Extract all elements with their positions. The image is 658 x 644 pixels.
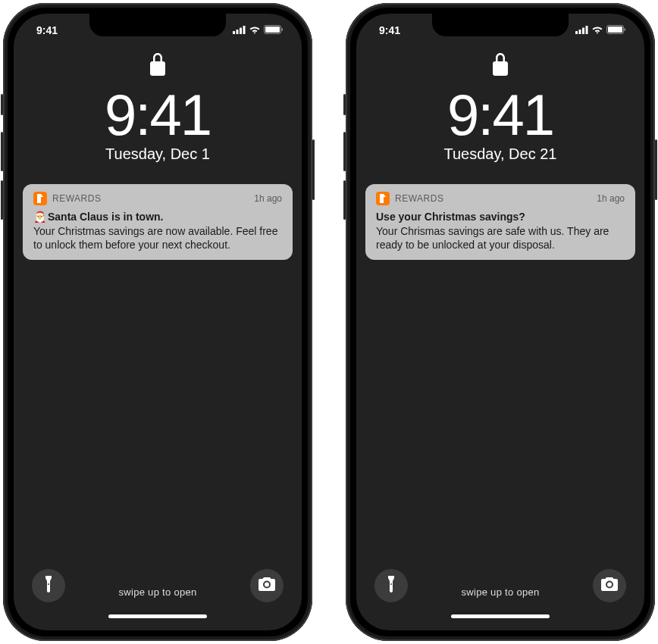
signal-icon (233, 24, 246, 36)
flashlight-button[interactable] (32, 569, 65, 602)
svg-rect-12 (608, 27, 622, 33)
notification-time: 1h ago (254, 193, 282, 204)
battery-icon (606, 24, 626, 36)
status-time: 9:41 (36, 24, 58, 36)
phone-mockup-2: 9:41 9:41 Tuesday, Dec 21 (346, 3, 655, 641)
lock-date: Tuesday, Dec 21 (356, 145, 644, 163)
svg-rect-2 (240, 28, 242, 35)
lock-date: Tuesday, Dec 1 (14, 145, 302, 163)
lock-time: 9:41 (14, 86, 302, 144)
home-indicator[interactable] (451, 614, 550, 618)
notch (89, 14, 226, 36)
svg-rect-8 (579, 30, 581, 34)
notification-card[interactable]: REWARDS 1h ago Use your Christmas saving… (365, 184, 635, 260)
camera-button[interactable] (593, 569, 626, 602)
notification-title: 🎅Santa Claus is in town. (33, 210, 282, 224)
svg-rect-10 (586, 26, 588, 34)
lock-time: 9:41 (356, 86, 644, 144)
flashlight-icon (387, 576, 396, 596)
camera-button[interactable] (250, 569, 284, 602)
notification-time: 1h ago (597, 193, 625, 204)
app-icon (33, 192, 47, 205)
status-time: 9:41 (379, 24, 400, 36)
wifi-icon (591, 24, 603, 36)
notification-card[interactable]: REWARDS 1h ago 🎅Santa Claus is in town. … (23, 184, 293, 260)
notification-body: Your Christmas savings are now available… (33, 224, 282, 252)
swipe-hint: swipe up to open (461, 586, 539, 598)
svg-rect-1 (237, 30, 239, 34)
svg-rect-7 (575, 31, 578, 34)
svg-rect-9 (582, 28, 584, 35)
flashlight-icon (44, 576, 53, 596)
swipe-hint: swipe up to open (118, 586, 196, 598)
notification-body: Your Chrismas savings are safe with us. … (376, 224, 625, 252)
notch (432, 14, 569, 36)
lock-screen: 9:41 9:41 Tuesday, Dec 1 (14, 14, 302, 630)
lock-icon (492, 53, 509, 79)
notification-app-name: REWARDS (395, 193, 591, 204)
lock-icon (149, 53, 166, 79)
flashlight-button[interactable] (374, 569, 408, 602)
lock-screen: 9:41 9:41 Tuesday, Dec 21 (356, 14, 644, 630)
phone-mockup-1: 9:41 9:41 Tuesday, Dec 1 (3, 3, 312, 641)
notification-app-name: REWARDS (52, 193, 249, 204)
svg-rect-5 (265, 27, 280, 33)
svg-rect-0 (233, 31, 235, 34)
wifi-icon (249, 24, 261, 36)
svg-rect-6 (282, 28, 284, 31)
signal-icon (575, 24, 588, 36)
app-icon (376, 192, 390, 205)
svg-rect-13 (625, 28, 626, 31)
camera-icon (258, 577, 275, 594)
notification-title: Use your Christmas savings? (376, 210, 625, 224)
home-indicator[interactable] (108, 614, 207, 618)
battery-icon (264, 24, 284, 36)
camera-icon (601, 577, 618, 594)
svg-rect-3 (243, 26, 246, 34)
